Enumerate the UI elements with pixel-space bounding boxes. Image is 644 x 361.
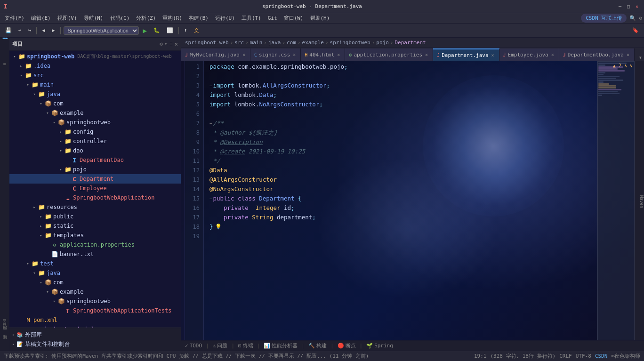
- bb-todo[interactable]: ✓ TODO: [185, 343, 202, 349]
- tab-departmentdao-close[interactable]: ×: [626, 52, 630, 57]
- tree-test[interactable]: ▾ 📁 test: [9, 259, 181, 268]
- menu-edit[interactable]: 编辑(E): [28, 14, 54, 23]
- tree-src[interactable]: ▾ 📁 src: [9, 71, 181, 80]
- tb-redo[interactable]: ↪: [26, 26, 34, 34]
- tree-testsbw[interactable]: ▾ 📦 springbootweb: [9, 297, 181, 306]
- panel-action-close[interactable]: ×: [175, 41, 178, 48]
- scratch-item[interactable]: ▸ 📝 草稿文件和控制台: [12, 339, 178, 349]
- panel-action-expand[interactable]: ⬌: [165, 41, 168, 48]
- tb-undo[interactable]: ↩: [16, 26, 24, 34]
- author-link[interactable]: ∞夜色架构师: [611, 353, 640, 360]
- tree-appprops[interactable]: ▸ ⚙ application.properties: [9, 240, 181, 249]
- tree-templates[interactable]: ▸ 📁 templates: [9, 231, 181, 240]
- bb-terminal[interactable]: ⊡ 终端: [238, 342, 253, 349]
- right-sidebar[interactable]: Maven: [635, 61, 644, 340]
- bc-main[interactable]: main: [250, 40, 263, 46]
- menu-code[interactable]: 代码(C): [107, 14, 133, 23]
- run-config-select[interactable]: SpringbootWebApplication: [64, 26, 139, 35]
- csdn-link[interactable]: CSDN: [595, 353, 608, 359]
- tree-testjava[interactable]: ▾ 📁 java: [9, 268, 181, 278]
- minimize-button[interactable]: ─: [617, 3, 623, 10]
- menu-help[interactable]: 帮助(H): [307, 14, 333, 23]
- terminal-icon[interactable]: 终端: [0, 338, 9, 347]
- bb-spring[interactable]: 🌱 Spring: [366, 343, 393, 349]
- tb-git[interactable]: ⬆: [182, 26, 190, 34]
- menu-view[interactable]: 视图(V): [55, 14, 80, 23]
- tree-testexample[interactable]: ▾ 📦 example: [9, 287, 181, 297]
- tree-dao[interactable]: ▾ 📁 dao: [9, 146, 181, 155]
- bc-pojo[interactable]: pojo: [376, 40, 389, 46]
- menu-window[interactable]: 窗口(W): [281, 14, 306, 23]
- csdn-badge[interactable]: CSDN 互联上传: [581, 14, 627, 23]
- tab-employee[interactable]: J Employee.java ×: [499, 48, 559, 61]
- tree-banner[interactable]: ▸ 📄 banner.txt: [9, 249, 181, 259]
- structure-icon[interactable]: ≡: [0, 59, 9, 68]
- bc-springbootweb[interactable]: springbootweb: [330, 40, 370, 46]
- bb-problems[interactable]: ⚠ 问题: [213, 342, 228, 349]
- tab-signincss-close[interactable]: ×: [292, 52, 297, 57]
- tree-testcom[interactable]: ▾ 📦 com: [9, 278, 181, 287]
- tab-appprops-close[interactable]: ×: [424, 52, 429, 57]
- todo-icon[interactable]: TODO: [0, 320, 9, 328]
- tree-springbootwebapp[interactable]: ▸ ☁ SpringbootWebApplication: [9, 193, 181, 202]
- restore-button[interactable]: □: [625, 3, 632, 10]
- extlib-item[interactable]: ▸ 📚 外部库: [12, 330, 178, 339]
- tab-department-close[interactable]: ×: [491, 53, 495, 58]
- tree-main[interactable]: ▾ 📁 main: [9, 80, 181, 89]
- tb-nav-forward[interactable]: ▶: [49, 26, 57, 34]
- tree-pojo[interactable]: ▾ 📁 pojo: [9, 165, 181, 174]
- menu-run[interactable]: 运行(U): [212, 14, 238, 23]
- menu-git[interactable]: Git: [265, 14, 280, 22]
- tab-departmentdao[interactable]: J DepartmentDao.java ×: [559, 48, 635, 61]
- tab-department[interactable]: J Department.java ×: [433, 48, 499, 61]
- project-icon[interactable]: 项目: [0, 40, 9, 48]
- bb-build[interactable]: 🔨 构建: [308, 342, 327, 349]
- debug-button[interactable]: 🐛: [151, 26, 162, 34]
- tab-mymvcconfig[interactable]: J MyMvcConfig.java ×: [181, 48, 250, 61]
- coverage-button[interactable]: ⬜: [164, 26, 176, 34]
- tree-employee[interactable]: ▸ C Employee: [9, 184, 181, 193]
- bc-root[interactable]: springboot-web: [185, 40, 229, 46]
- bc-src[interactable]: src: [234, 40, 244, 46]
- bc-com[interactable]: com: [287, 40, 296, 46]
- menu-file[interactable]: 文件(F): [2, 14, 27, 23]
- tb-nav-back[interactable]: ◀: [40, 26, 48, 34]
- tb-save[interactable]: 💾: [3, 26, 14, 34]
- tree-testclass[interactable]: ▸ T SpringbootWebApplicationTests: [9, 306, 181, 315]
- bc-department[interactable]: Department: [394, 40, 426, 46]
- tree-idea[interactable]: ▸ 📁 .idea: [9, 61, 181, 71]
- tree-java[interactable]: ▾ 📁 java: [9, 89, 181, 99]
- tree-public[interactable]: ▸ 📁 public: [9, 212, 181, 221]
- panel-action-settings[interactable]: ≡: [169, 41, 173, 48]
- tree-springbootweb[interactable]: ▾ 📦 springbootweb: [9, 118, 181, 127]
- bc-java[interactable]: java: [268, 40, 281, 46]
- bb-profiler[interactable]: 📊 性能分析器: [264, 342, 298, 349]
- tree-root[interactable]: ▾ 📁 springboot-web DAC桌面\blog-master\spr…: [9, 52, 181, 61]
- tab-appprops[interactable]: ⚙ application.properties ×: [345, 48, 433, 61]
- menu-tools[interactable]: 工具(T): [239, 14, 264, 23]
- tb-translate[interactable]: 文: [192, 26, 201, 35]
- search-toolbar-btn[interactable]: 🔍: [629, 15, 636, 21]
- tree-static[interactable]: ▸ 📁 static: [9, 221, 181, 231]
- tree-department[interactable]: ▸ C Department: [9, 174, 181, 184]
- code-area[interactable]: package com.example.springbootweb.pojo; …: [204, 61, 597, 340]
- menu-refactor[interactable]: 重构(R): [160, 14, 185, 23]
- editor-area[interactable]: 1 2 3 4 5 6 7 8 9 10 11 12 13: [181, 61, 635, 340]
- close-button[interactable]: ✕: [634, 3, 640, 10]
- tree-controller[interactable]: ▸ 📁 controller: [9, 136, 181, 146]
- problems-icon[interactable]: 问题: [0, 329, 9, 337]
- tree-departmentdao[interactable]: ▸ I DepartmentDao: [9, 155, 181, 165]
- tab-overflow-btn[interactable]: ▾: [639, 54, 644, 61]
- tree-config[interactable]: ▸ 📁 config: [9, 127, 181, 136]
- tb-bookmark[interactable]: 🔖: [630, 26, 641, 34]
- tree-pomxml[interactable]: ▸ M pom.xml: [9, 315, 181, 325]
- bb-breakpoints[interactable]: 🔴 断点: [338, 342, 356, 349]
- tab-mymvcconfig-close[interactable]: ×: [242, 52, 246, 57]
- settings-toolbar-btn[interactable]: ⚙: [639, 15, 642, 21]
- menu-build[interactable]: 构建(B): [186, 14, 211, 23]
- tree-com[interactable]: ▾ 📦 com: [9, 99, 181, 108]
- bc-example[interactable]: example: [302, 40, 324, 46]
- menu-analyze[interactable]: 分析(Z): [133, 14, 159, 23]
- tree-example[interactable]: ▾ 📦 example: [9, 108, 181, 118]
- tab-employee-close[interactable]: ×: [550, 52, 555, 57]
